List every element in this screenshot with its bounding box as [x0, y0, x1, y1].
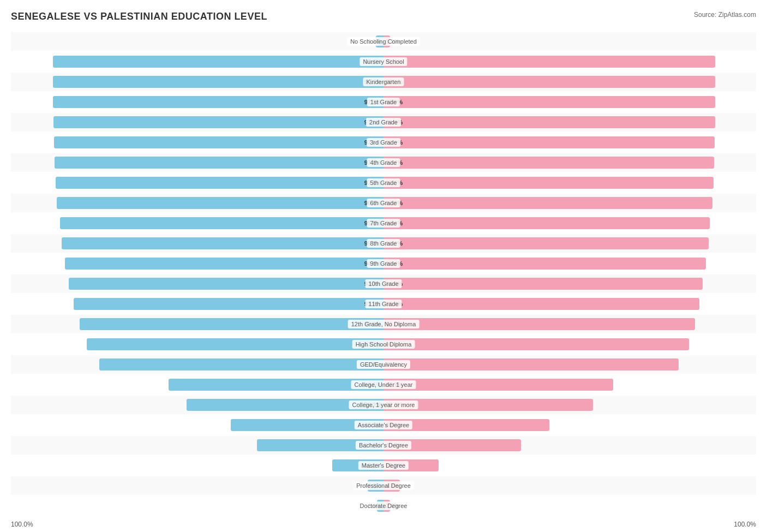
- bar-center-label: No Schooling Completed: [347, 37, 420, 46]
- bar-center-label: 2nd Grade: [366, 118, 401, 127]
- bar-center-label: Kindergarten: [363, 77, 404, 86]
- source-label: Source: ZipAtlas.com: [694, 11, 756, 19]
- bar-center-label: 10th Grade: [365, 279, 402, 288]
- bar-right: [384, 116, 715, 128]
- chart-row: 2.3% No Schooling Completed 1.9%: [11, 32, 756, 51]
- bar-left: [69, 278, 384, 290]
- chart-container: SENEGALESE VS PALESTINIAN EDUCATION LEVE…: [11, 11, 756, 532]
- bar-center-label: 4th Grade: [367, 158, 400, 167]
- bar-right: [384, 298, 699, 310]
- bar-center-label: 6th Grade: [367, 199, 400, 207]
- bar-right: [384, 157, 714, 169]
- bar-right: [384, 136, 715, 148]
- chart-rows: 2.3% No Schooling Completed 1.9% 97.7% N…: [11, 32, 756, 515]
- chart-row: 93.0% 10th Grade 94.4%: [11, 274, 756, 293]
- bar-left: [74, 298, 384, 310]
- chart-row: 97.7% 1st Grade 98.0%: [11, 93, 756, 111]
- bar-right: [384, 56, 715, 68]
- bar-right: [384, 358, 679, 370]
- bar-center-label: 9th Grade: [367, 259, 400, 268]
- chart-title: SENEGALESE VS PALESTINIAN EDUCATION LEVE…: [11, 11, 267, 22]
- chart-row: 89.9% 12th Grade, No Diploma 92.1%: [11, 315, 756, 333]
- bar-right: [384, 96, 715, 108]
- bar-left: [87, 338, 384, 350]
- bar-center-label: Nursery School: [359, 57, 407, 66]
- bar-left: [55, 157, 384, 169]
- chart-row: 97.2% 4th Grade 97.7%: [11, 153, 756, 172]
- bar-left: [65, 258, 384, 270]
- chart-row: 58.2% College, 1 year or more 62.0%: [11, 396, 756, 414]
- bar-left: [57, 197, 384, 209]
- bar-center-label: Professional Degree: [353, 481, 414, 490]
- bar-center-label: College, Under 1 year: [351, 380, 416, 389]
- chart-row: 97.0% 5th Grade 97.5%: [11, 174, 756, 192]
- chart-row: 84.0% GED/Equivalency 87.3%: [11, 355, 756, 374]
- bar-right: [384, 278, 703, 290]
- bar-center-label: Associate's Degree: [355, 421, 412, 429]
- axis-right: 100.0%: [734, 521, 756, 528]
- bar-right: [384, 379, 613, 391]
- bar-left: [53, 76, 384, 88]
- chart-row: 95.2% 8th Grade 96.2%: [11, 234, 756, 253]
- bar-left: [60, 217, 384, 229]
- bar-right: [384, 318, 695, 330]
- bar-center-label: 1st Grade: [367, 98, 400, 106]
- chart-row: 45.2% Associate's Degree 49.0%: [11, 416, 756, 434]
- chart-row: 2.0% Doctorate Degree 2.0%: [11, 497, 756, 515]
- bar-left: [80, 318, 384, 330]
- bar-left: [53, 56, 384, 68]
- chart-row: 95.6% 7th Grade 96.4%: [11, 214, 756, 232]
- axis-left: 100.0%: [11, 521, 33, 528]
- bar-right: [384, 197, 712, 209]
- bar-center-label: Doctorate Degree: [357, 501, 411, 510]
- bar-center-label: 11th Grade: [365, 300, 402, 308]
- chart-row: 97.7% Nursery School 98.1%: [11, 52, 756, 71]
- bar-center-label: Master's Degree: [358, 461, 409, 470]
- chart-row: 97.5% 3rd Grade 97.9%: [11, 133, 756, 152]
- chart-row: 15.2% Master's Degree 16.3%: [11, 456, 756, 475]
- bar-right: [384, 338, 689, 350]
- chart-row: 97.7% Kindergarten 98.1%: [11, 73, 756, 91]
- bar-right: [384, 76, 715, 88]
- bar-right: [384, 217, 710, 229]
- bar-center-label: 3rd Grade: [367, 138, 400, 147]
- bar-center-label: 7th Grade: [367, 219, 400, 228]
- bar-left: [62, 237, 384, 249]
- chart-row: 97.6% 2nd Grade 98.0%: [11, 113, 756, 131]
- bar-left: [53, 116, 384, 128]
- chart-row: 96.6% 6th Grade 97.3%: [11, 194, 756, 212]
- chart-row: 94.2% 9th Grade 95.4%: [11, 254, 756, 273]
- chart-row: 4.6% Professional Degree 4.8%: [11, 476, 756, 495]
- chart-row: 37.5% Bachelor's Degree 40.7%: [11, 436, 756, 455]
- bar-center-label: 8th Grade: [367, 239, 400, 248]
- bar-left: [56, 177, 384, 189]
- chart-row: 87.7% High School Diploma 90.3%: [11, 335, 756, 354]
- bar-left: [54, 136, 384, 148]
- bar-right: [384, 177, 714, 189]
- chart-row: 63.6% College, Under 1 year 67.9%: [11, 375, 756, 394]
- bar-center-label: College, 1 year or more: [349, 401, 418, 409]
- bar-right: [384, 237, 709, 249]
- bar-left: [99, 358, 384, 370]
- bar-left: [53, 96, 384, 108]
- axis-labels: 100.0% 100.0%: [11, 521, 756, 528]
- bar-center-label: 5th Grade: [367, 178, 400, 187]
- bar-center-label: High School Diploma: [352, 340, 415, 349]
- bar-center-label: Bachelor's Degree: [356, 441, 411, 450]
- bar-center-label: GED/Equivalency: [357, 360, 410, 369]
- bar-center-label: 12th Grade, No Diploma: [348, 320, 420, 328]
- bar-right: [384, 258, 706, 270]
- chart-row: 91.6% 11th Grade 93.4%: [11, 295, 756, 313]
